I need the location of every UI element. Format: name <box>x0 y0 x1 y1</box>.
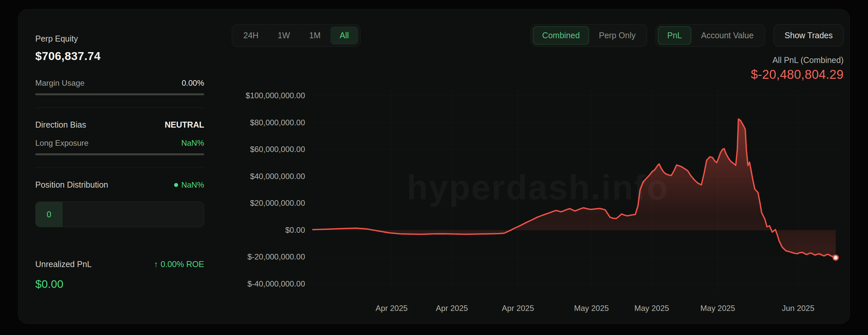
y-axis-tick-label: $20,000,000.00 <box>232 198 305 208</box>
position-distribution-box[interactable]: 0 <box>35 202 204 227</box>
y-axis-tick-label: $40,000,000.00 <box>232 172 305 181</box>
position-distribution-value: NaN% <box>181 180 204 190</box>
time-range-all[interactable]: All <box>331 26 358 44</box>
account-value-button[interactable]: Account Value <box>692 26 763 44</box>
pnl-chart: $100,000,000.00$80,000,000.00$60,000,000… <box>232 84 844 315</box>
combine-toggle: Combined Perp Only <box>531 24 647 47</box>
plot-area[interactable] <box>312 84 841 296</box>
long-exposure-label: Long Exposure <box>35 139 88 148</box>
chart-toolbar: 24H 1W 1M All Combined Perp Only PnL Acc… <box>232 24 844 47</box>
y-axis-tick-label: $60,000,000.00 <box>232 145 305 154</box>
combined-button[interactable]: Combined <box>533 26 589 44</box>
margin-usage-value: 0.00% <box>182 79 204 88</box>
y-axis-labels: $100,000,000.00$80,000,000.00$60,000,000… <box>232 84 305 296</box>
show-trades-button[interactable]: Show Trades <box>774 24 844 47</box>
unrealized-pnl-value: $0.00 <box>35 278 204 291</box>
direction-bias-label: Direction Bias <box>35 120 86 129</box>
chart-toggles: Combined Perp Only PnL Account Value Sho… <box>531 24 844 47</box>
last-point-marker <box>833 255 838 260</box>
roe-up-arrow-icon: ↑ <box>154 260 158 269</box>
divider <box>35 108 204 108</box>
metric-toggle: PnL Account Value <box>656 24 765 47</box>
y-axis-tick-label: $100,000,000.00 <box>232 91 305 100</box>
x-axis-tick-label: Apr 2025 <box>436 304 468 313</box>
x-axis-tick-label: May 2025 <box>701 304 735 313</box>
margin-usage-label: Margin Usage <box>35 79 85 88</box>
y-axis-tick-label: $0.00 <box>232 225 305 235</box>
chart-header: All PnL (Combined) $-20,480,804.29 <box>232 55 844 82</box>
x-axis-tick-label: Apr 2025 <box>376 304 408 313</box>
perp-only-button[interactable]: Perp Only <box>590 26 645 44</box>
time-range-tabs: 24H 1W 1M All <box>232 24 361 47</box>
roe-value: 0.00% ROE <box>161 260 204 269</box>
divider <box>35 168 204 168</box>
x-axis-labels: Apr 2025Apr 2025Apr 2025May 2025May 2025… <box>312 300 841 315</box>
chart-panel: 24H 1W 1M All Combined Perp Only PnL Acc… <box>204 9 849 324</box>
green-status-dot-icon <box>174 183 178 187</box>
margin-usage-bar <box>35 93 204 95</box>
time-range-24h[interactable]: 24H <box>234 26 268 44</box>
position-distribution-empty <box>63 202 204 227</box>
position-distribution-label: Position Distribution <box>35 180 108 190</box>
x-axis-tick-label: May 2025 <box>574 304 609 313</box>
total-pnl-value: $-20,480,804.29 <box>232 68 844 82</box>
pnl-button[interactable]: PnL <box>658 26 691 44</box>
x-axis-tick-label: Jun 2025 <box>782 304 814 313</box>
unrealized-pnl-label: Unrealized PnL <box>35 260 92 269</box>
y-axis-tick-label: $80,000,000.00 <box>232 118 305 128</box>
x-axis-tick-label: May 2025 <box>634 304 669 313</box>
chart-title: All PnL (Combined) <box>232 55 844 65</box>
direction-bias-value: NEUTRAL <box>165 120 204 129</box>
account-summary-sidebar: Perp Equity $706,837.74 Margin Usage 0.0… <box>19 9 204 324</box>
perp-equity-value: $706,837.74 <box>35 50 204 63</box>
x-axis-tick-label: Apr 2025 <box>502 304 534 313</box>
time-range-1m[interactable]: 1M <box>300 26 330 44</box>
time-range-1w[interactable]: 1W <box>269 26 300 44</box>
dashboard-card: Perp Equity $706,837.74 Margin Usage 0.0… <box>18 9 850 324</box>
y-axis-tick-label: $-40,000,000.00 <box>232 279 305 289</box>
long-exposure-bar <box>35 153 204 155</box>
position-count-cell: 0 <box>36 202 63 227</box>
long-exposure-value: NaN% <box>181 139 204 148</box>
perp-equity-label: Perp Equity <box>35 34 204 43</box>
y-axis-tick-label: $-20,000,000.00 <box>232 252 305 262</box>
